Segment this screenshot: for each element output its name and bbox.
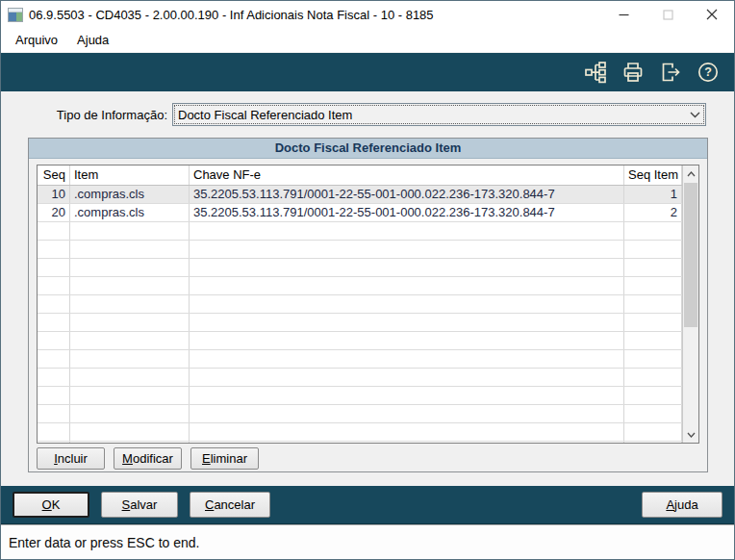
column-header-seq[interactable]: Seq — [38, 165, 70, 185]
table-cell[interactable] — [624, 387, 682, 404]
table-cell[interactable] — [38, 442, 70, 443]
eliminar-button[interactable]: Eliminar — [190, 447, 259, 470]
table-cell[interactable] — [624, 259, 682, 276]
program-tree-button[interactable] — [581, 58, 610, 87]
table-cell[interactable] — [624, 423, 682, 441]
table-cell[interactable] — [38, 295, 70, 313]
scroll-down-button[interactable] — [683, 426, 698, 443]
table-cell[interactable] — [38, 350, 70, 368]
table-cell[interactable] — [624, 332, 682, 349]
column-header-chave[interactable]: Chave NF-e — [190, 165, 624, 185]
ajuda-button[interactable]: Ajuda — [642, 492, 722, 518]
table-cell[interactable]: 35.2205.53.113.791/0001-22-55-001-000.02… — [190, 204, 624, 221]
table-cell[interactable] — [190, 369, 624, 386]
table-row[interactable]: 10.compras.cls35.2205.53.113.791/0001-22… — [38, 186, 682, 204]
table-cell[interactable] — [38, 332, 70, 349]
table-cell[interactable] — [624, 405, 682, 422]
table-row-empty[interactable] — [38, 350, 682, 369]
table-row-empty[interactable] — [38, 332, 682, 350]
table-cell[interactable] — [190, 423, 624, 441]
modificar-button[interactable]: Modificar — [114, 447, 182, 470]
help-button[interactable]: ? — [694, 58, 722, 87]
table-row-empty[interactable] — [38, 314, 682, 332]
table-cell[interactable] — [70, 369, 190, 386]
table-row-empty[interactable] — [38, 387, 682, 405]
table-cell[interactable] — [624, 369, 682, 386]
table-row-empty[interactable] — [38, 295, 682, 314]
table-cell[interactable] — [38, 423, 70, 441]
salvar-button[interactable]: Salvar — [101, 492, 178, 518]
table-cell[interactable] — [624, 277, 682, 294]
table-row-empty[interactable] — [38, 369, 682, 387]
table-row-empty[interactable] — [38, 259, 682, 277]
tipo-informacao-select[interactable]: Docto Fiscal Referenciado Item — [172, 103, 706, 126]
table-cell[interactable] — [70, 259, 190, 276]
table-cell[interactable] — [190, 222, 624, 240]
table-cell[interactable] — [190, 295, 624, 313]
table-cell[interactable] — [624, 295, 682, 313]
table-cell[interactable] — [70, 222, 190, 240]
table-cell[interactable] — [38, 241, 70, 258]
table-row-empty[interactable] — [38, 277, 682, 295]
exit-button[interactable] — [656, 58, 685, 87]
table-cell[interactable]: 35.2205.53.113.791/0001-22-55-001-000.02… — [190, 186, 624, 203]
table-cell[interactable]: 10 — [38, 186, 70, 203]
table-row[interactable]: 20.compras.cls35.2205.53.113.791/0001-22… — [38, 204, 682, 222]
column-header-item[interactable]: Item — [70, 165, 190, 185]
table-row-empty[interactable] — [38, 222, 682, 241]
table-cell[interactable] — [38, 369, 70, 386]
table-cell[interactable] — [70, 277, 190, 294]
table-row-empty[interactable] — [38, 442, 682, 443]
scroll-up-button[interactable] — [683, 165, 698, 182]
table-cell[interactable] — [190, 387, 624, 404]
table-cell[interactable] — [38, 314, 70, 331]
table-row-empty[interactable] — [38, 423, 682, 442]
table-cell[interactable] — [70, 295, 190, 313]
table-row-empty[interactable] — [38, 241, 682, 259]
table-cell[interactable]: 2 — [624, 204, 682, 221]
minimize-button[interactable] — [601, 1, 646, 28]
table-cell[interactable] — [70, 241, 190, 258]
scrollbar-thumb[interactable] — [684, 183, 697, 327]
table-cell[interactable] — [190, 277, 624, 294]
table-cell[interactable] — [70, 387, 190, 404]
table-cell[interactable]: .compras.cls — [70, 204, 190, 221]
table-cell[interactable]: 1 — [624, 186, 682, 203]
table-cell[interactable]: 20 — [38, 204, 70, 221]
table-cell[interactable] — [38, 405, 70, 422]
maximize-icon — [663, 10, 673, 20]
table-cell[interactable] — [70, 332, 190, 349]
menu-item-arquivo[interactable]: Arquivo — [7, 30, 66, 50]
table-cell[interactable] — [190, 332, 624, 349]
table-cell[interactable] — [38, 259, 70, 276]
table-cell[interactable] — [624, 314, 682, 331]
table-cell[interactable] — [624, 222, 682, 240]
table-cell[interactable] — [190, 442, 624, 443]
table-cell[interactable] — [70, 350, 190, 368]
table-cell[interactable] — [38, 277, 70, 294]
table-cell[interactable] — [624, 350, 682, 368]
column-header-seq-item[interactable]: Seq Item — [624, 165, 682, 185]
close-button[interactable] — [690, 1, 734, 28]
print-button[interactable] — [619, 58, 647, 87]
table-cell[interactable] — [190, 405, 624, 422]
table-cell[interactable] — [70, 405, 190, 422]
table-row-empty[interactable] — [38, 405, 682, 423]
table-cell[interactable] — [624, 442, 682, 443]
table-cell[interactable] — [624, 241, 682, 258]
table-cell[interactable] — [70, 442, 190, 443]
table-cell[interactable] — [70, 423, 190, 441]
table-cell[interactable] — [70, 314, 190, 331]
table-cell[interactable]: .compras.cls — [70, 186, 190, 203]
incluir-button[interactable]: Incluir — [37, 447, 105, 470]
cancelar-button[interactable]: Cancelar — [190, 492, 270, 518]
table-cell[interactable] — [190, 350, 624, 368]
ok-button[interactable]: OK — [13, 492, 89, 518]
menu-item-ajuda[interactable]: Ajuda — [68, 30, 117, 50]
table-cell[interactable] — [190, 259, 624, 276]
table-cell[interactable] — [38, 222, 70, 240]
table-cell[interactable] — [190, 241, 624, 258]
vertical-scrollbar[interactable] — [682, 165, 698, 443]
table-cell[interactable] — [38, 387, 70, 404]
table-cell[interactable] — [190, 314, 624, 331]
